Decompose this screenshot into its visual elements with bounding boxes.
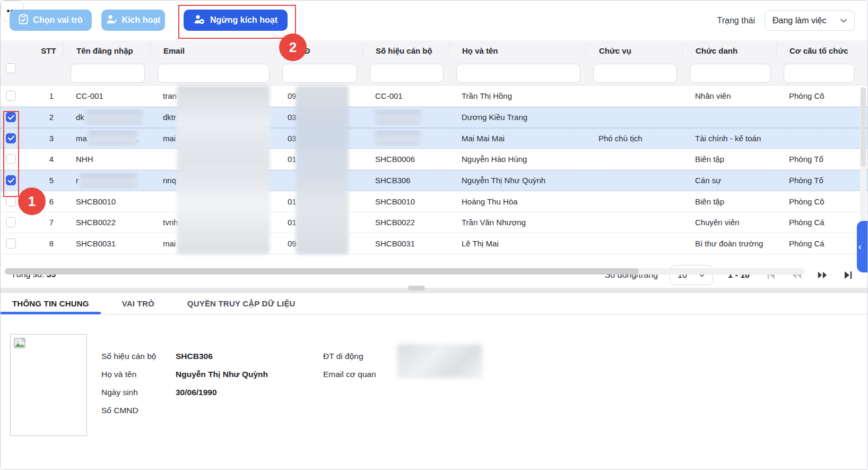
row-checkbox[interactable] — [6, 217, 16, 227]
table-row[interactable]: 1CC-001tran09CC-001Trần Thị HồngNhân viê… — [1, 86, 867, 107]
cell-name: Mai Mai Mai — [449, 134, 586, 143]
cell-org: Phòng Tổ — [776, 176, 860, 185]
contact-privacy-blur — [397, 344, 482, 378]
column-header-2[interactable]: Email — [150, 43, 275, 58]
row-checkbox[interactable] — [6, 175, 16, 185]
cell-title: Bí thư đoàn trường — [682, 239, 776, 248]
deactivate-button[interactable]: Ngừng kích hoạt — [184, 10, 288, 31]
photo-placeholder — [10, 334, 87, 436]
status-select[interactable]: Đang làm việc — [765, 10, 855, 31]
detail-panel: THÔNG TIN CHUNGVAI TRÒQUYỀN TRUY CẬP DỮ … — [1, 293, 867, 470]
cell-name: Lê Thị Mai — [449, 239, 586, 248]
filter-input-họ-và-tên[interactable] — [456, 64, 580, 83]
detail-field-value: SHCB306 — [176, 352, 213, 361]
cell-org: Phòng Cô — [776, 197, 860, 206]
cell-code: SHCB0022 — [362, 218, 449, 227]
cell-stt: 8 — [34, 239, 63, 248]
tab-2[interactable]: QUYỀN TRUY CẬP DỮ LIỆU — [176, 293, 307, 314]
column-header-6[interactable]: Chức vụ — [586, 43, 682, 58]
filter-input-tên-đăng-nhập[interactable] — [71, 64, 145, 83]
choose-role-button[interactable]: Chọn vai trò — [10, 10, 92, 31]
cell-code: SHCB0010 — [362, 197, 449, 206]
filter-input-chức-vụ[interactable] — [593, 64, 677, 83]
cell-code — [362, 130, 449, 146]
activate-button[interactable]: Kích hoạt — [101, 10, 165, 31]
select-all-checkbox[interactable] — [6, 63, 16, 73]
cell-phone: 01 — [275, 197, 362, 206]
cell-login: CC-001 — [63, 91, 150, 100]
detail-fields-left: Số hiệu cán bộSHCB306Họ và tênNguyễn Thị… — [101, 347, 268, 420]
cell-name: Hoàng Thu Hòa — [449, 197, 586, 206]
cell-code: CC-001 — [362, 91, 449, 100]
cell-title: Nhân viên — [682, 91, 776, 100]
filter-input-đtdđ[interactable] — [282, 64, 357, 83]
choose-role-label: Chọn vai trò — [33, 15, 82, 25]
table-row[interactable]: 3ma.mai03Mai Mai MaiPhó chủ tịchTài chín… — [1, 128, 867, 149]
column-header-0[interactable]: STT — [34, 43, 63, 58]
table-row[interactable]: 8SHCB0031mai09SHCB0031Lê Thị MaiBí thư đ… — [1, 233, 867, 254]
row-checkbox[interactable] — [6, 91, 16, 101]
filter-input-cơ-cấu-tổ-chức[interactable] — [784, 64, 855, 83]
cell-stt: 1 — [34, 91, 63, 100]
cell-name: Nguyễn Thị Như Quỳnh — [449, 176, 586, 185]
tab-0[interactable]: THÔNG TIN CHUNG — [1, 293, 101, 314]
user-check-icon — [106, 14, 117, 27]
cell-org: Phòng Cá — [776, 218, 860, 227]
cell-stt: 3 — [34, 134, 63, 143]
login-privacy-blur — [80, 173, 137, 189]
detail-field-value: 30/06/1990 — [176, 388, 217, 397]
column-header-1[interactable]: Tên đăng nhập — [63, 43, 150, 58]
detail-field-label: Số hiệu cán bộ — [101, 352, 176, 361]
cell-code — [362, 109, 449, 125]
filter-input-chức-danh[interactable] — [690, 64, 771, 83]
cell-login: SHCB0022 — [63, 218, 150, 227]
cell-stt: 4 — [34, 155, 63, 164]
cell-phone: 09 — [275, 91, 362, 100]
horizontal-scrollbar[interactable] — [5, 268, 804, 275]
column-header-7[interactable]: Chức danh — [682, 43, 776, 58]
row-checkbox[interactable] — [6, 238, 16, 249]
filter-input-số-hiệu-cán-bộ[interactable] — [370, 64, 444, 83]
row-checkbox[interactable] — [6, 112, 16, 122]
cell-phone: 09 — [275, 239, 362, 248]
cell-title: Tài chính - kế toán — [682, 134, 776, 143]
tab-1[interactable]: VAI TRÒ — [110, 293, 166, 314]
row-checkbox[interactable] — [6, 154, 16, 164]
cell-title: Chuyên viên — [682, 218, 776, 227]
cell-phone: 03 — [275, 134, 362, 143]
cell-phone: 03 — [275, 113, 362, 122]
last-page-button[interactable] — [841, 268, 855, 282]
cell-name: Nguyễn Hào Hùng — [449, 155, 586, 164]
detail-fields-right: ĐT di độngEmail cơ quan — [323, 347, 397, 383]
app-window: Chọn vai trò Kích hoạt Ngừng kích hoạt •… — [0, 0, 868, 470]
detail-tabs: THÔNG TIN CHUNGVAI TRÒQUYỀN TRUY CẬP DỮ … — [1, 293, 867, 314]
last-page-icon — [843, 271, 853, 279]
panel-resize-handle[interactable] — [408, 286, 425, 290]
side-panel-toggle[interactable]: ‹ — [857, 221, 868, 272]
row-checkbox[interactable] — [6, 133, 16, 143]
next-page-button[interactable] — [815, 268, 829, 282]
user-minus-icon — [194, 14, 205, 27]
table-row[interactable]: 7SHCB0022tvnh01SHCB0022Trần Văn NhượngCh… — [1, 212, 867, 234]
cell-stt: 6 — [34, 197, 63, 206]
row-checkbox[interactable] — [6, 196, 16, 207]
cell-code: SHCB0006 — [362, 155, 449, 164]
table-row[interactable]: 5rnnqSHCB306Nguyễn Thị Như QuỳnhCán sựPh… — [1, 170, 867, 191]
table-row[interactable]: 2dkdktr03Dương Kiều Trang — [1, 107, 867, 128]
filter-input-email[interactable] — [158, 64, 270, 83]
clipboard-check-icon — [19, 14, 28, 27]
cell-email: dktr — [150, 113, 275, 122]
cell-login: ma. — [63, 130, 150, 146]
table-row[interactable]: 6SHCB001001SHCB0010Hoàng Thu HòaBiên tập… — [1, 191, 867, 212]
table-row[interactable]: 4NHH01SHCB0006Nguyễn Hào HùngBiên tậpPhò… — [1, 149, 867, 170]
code-privacy-blur — [375, 130, 421, 146]
broken-image-icon — [14, 338, 28, 349]
detail-field-label: Ngày sinh — [101, 388, 176, 397]
chevron-down-icon — [840, 19, 847, 23]
column-header-5[interactable]: Họ và tên — [449, 43, 586, 58]
column-header-8[interactable]: Cơ cấu tổ chức — [776, 43, 860, 58]
column-header-3[interactable]: ĐTDĐ — [275, 43, 362, 58]
column-header-4[interactable]: Số hiệu cán bộ — [362, 43, 449, 58]
status-select-value: Đang làm việc — [772, 16, 826, 25]
cell-email: nnq — [150, 176, 275, 185]
